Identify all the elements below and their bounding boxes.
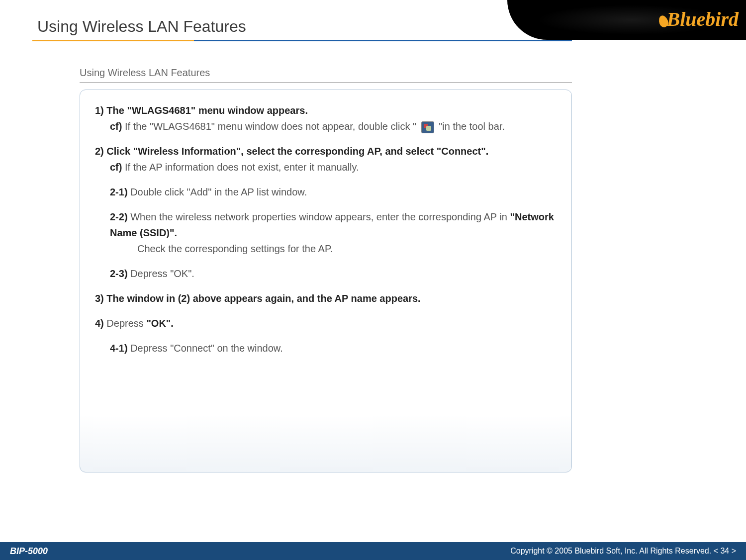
step-2-3-text: Depress "OK". xyxy=(128,268,194,279)
section-underline xyxy=(80,82,572,83)
step-2-1-label: 2-1) xyxy=(110,187,128,197)
step-4-1-label: 4-1) xyxy=(110,343,128,354)
step-3: 3) The window in (2) above appears again… xyxy=(95,290,557,306)
page-title: Using Wireless LAN Features xyxy=(37,17,246,36)
step-4-text: Depress xyxy=(104,318,147,329)
step-2-2-text2: Check the corresponding settings for the… xyxy=(137,243,333,254)
step-4-1: 4-1) Depress "Connect" on the window. xyxy=(95,340,557,356)
step-3-heading: 3) The window in (2) above appears again… xyxy=(95,293,421,304)
logo-banner: Bluebird xyxy=(507,0,746,40)
footer-copyright: Copyright © 2005 Bluebird Soft, Inc. All… xyxy=(510,547,736,556)
step-2-2-label: 2-2) xyxy=(110,211,128,222)
step-2-1: 2-1) Double click "Add" in the AP list w… xyxy=(95,184,557,200)
step-1: 1) The "WLAGS4681" menu window appears. … xyxy=(95,102,557,134)
footer: BIP-5000 Copyright © 2005 Bluebird Soft,… xyxy=(0,542,746,560)
bluebird-logo: Bluebird xyxy=(659,7,739,31)
content-box: 1) The "WLAGS4681" menu window appears. … xyxy=(80,90,572,472)
step-2-cf: cf) If the AP information does not exist… xyxy=(95,162,359,173)
step-2-2-cont: Check the corresponding settings for the… xyxy=(110,243,333,254)
header: Using Wireless LAN Features Bluebird xyxy=(0,0,746,50)
step-4-label: 4) xyxy=(95,318,104,329)
section-label: Using Wireless LAN Features xyxy=(80,67,210,79)
step-4-bold2: "OK". xyxy=(146,318,174,329)
step-4-1-text: Depress "Connect" on the window. xyxy=(128,343,283,354)
step-2-2-text1: When the wireless network properties win… xyxy=(128,211,510,222)
footer-product: BIP-5000 xyxy=(10,546,48,557)
step-2-1-text: Double click "Add" in the AP list window… xyxy=(128,187,307,197)
step-2: 2) Click "Wireless Information", select … xyxy=(95,143,557,175)
title-underline xyxy=(32,40,572,41)
step-2-2: 2-2) When the wireless network propertie… xyxy=(95,209,557,257)
toolbar-icon xyxy=(421,121,434,133)
step-1-cf-text1: If the "WLAGS4681" menu window does not … xyxy=(122,121,419,132)
step-2-3-label: 2-3) xyxy=(110,268,128,279)
cf-label: cf) xyxy=(110,121,122,132)
step-1-cf: cf) If the "WLAGS4681" menu window does … xyxy=(95,121,505,132)
logo-text: Bluebird xyxy=(667,8,739,30)
step-2-3: 2-3) Depress "OK". xyxy=(95,266,557,281)
step-4: 4) Depress "OK". xyxy=(95,315,557,331)
step-2-heading: 2) Click "Wireless Information", select … xyxy=(95,146,488,157)
step-1-heading: 1) The "WLAGS4681" menu window appears. xyxy=(95,105,308,116)
cf-label-2: cf) xyxy=(110,162,122,173)
step-1-cf-text2: "in the tool bar. xyxy=(436,121,505,132)
step-2-cf-text: If the AP information does not exist, en… xyxy=(122,162,359,173)
